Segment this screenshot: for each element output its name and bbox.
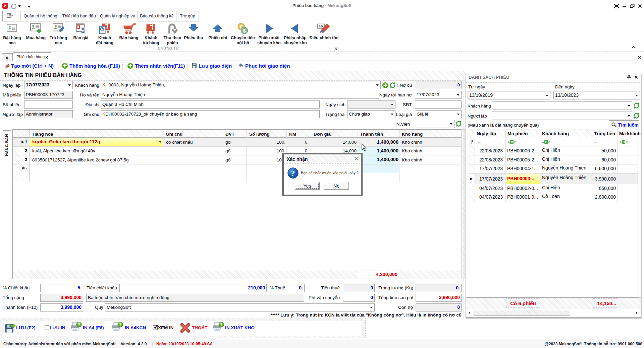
svg-text:B: B	[511, 140, 513, 144]
svg-text:?: ?	[291, 169, 295, 178]
svg-text:ab: ab	[319, 24, 323, 28]
svg-text:?: ?	[119, 323, 121, 327]
svg-text:B: B	[545, 140, 547, 144]
svg-text:A: A	[542, 141, 544, 144]
svg-text:$: $	[243, 28, 246, 33]
svg-text:B: B	[623, 140, 625, 144]
svg-text:C: C	[626, 141, 628, 144]
svg-text:A: A	[508, 141, 510, 144]
svg-text:C: C	[548, 141, 550, 144]
svg-text:?: ?	[78, 323, 80, 327]
svg-text:?: ?	[220, 323, 222, 327]
svg-text:A: A	[620, 141, 622, 144]
svg-text:C: C	[514, 141, 516, 144]
